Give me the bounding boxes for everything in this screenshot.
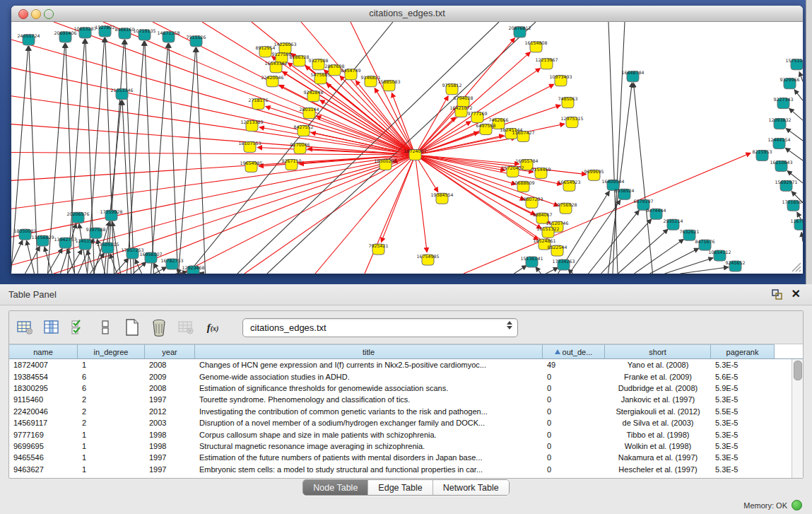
graph-node-label: 20691406: [54, 30, 76, 35]
graph-node-label: 16782753: [160, 258, 183, 263]
column-header-year[interactable]: year: [145, 344, 195, 358]
column-header-label: name: [33, 348, 53, 356]
table-row[interactable]: 946362711997Embryonic stem cells: a mode…: [9, 464, 792, 475]
tab-edge-table[interactable]: Edge Table: [368, 480, 433, 495]
network-desktop: citations_edges.txt 18724007891295414226…: [0, 0, 806, 284]
vertical-scrollbar[interactable]: [792, 359, 803, 478]
graph-node-label: 9755812: [442, 83, 461, 88]
column-header-short[interactable]: short: [605, 344, 711, 358]
graph-node-label: 20876812: [508, 25, 531, 30]
table-cell: 0: [543, 407, 605, 416]
right-panel-edge: [806, 0, 812, 284]
rows-icon[interactable]: [95, 317, 115, 337]
column-header-in_degree[interactable]: in_degree: [78, 344, 145, 358]
table-cell: 2: [78, 419, 145, 427]
graph-node-label: 16210643: [770, 160, 792, 165]
table-row[interactable]: 977716911998Corpus callosum shape and si…: [9, 428, 792, 440]
table-cell: 18300295: [9, 384, 78, 392]
network-canvas[interactable]: 1872400789129541422606391275088186328165…: [11, 22, 803, 274]
column-header-out_de[interactable]: out_de...: [543, 344, 605, 358]
graph-node-label: 21053346: [110, 88, 133, 93]
table-row[interactable]: 1830029562008Estimation of significance …: [9, 382, 792, 394]
table-row[interactable]: 1456911722003Disruption of a novel membe…: [9, 417, 792, 428]
table-rows: 1872400712008Changes of HCN gene express…: [9, 359, 792, 478]
column-visibility-icon[interactable]: [42, 317, 61, 337]
graph-node-label: 16409544: [601, 179, 624, 184]
graph-node-label: 16654923: [558, 180, 580, 185]
table-row[interactable]: 969969511998Structural magnetic resonanc…: [9, 440, 792, 452]
table-row[interactable]: 1938455462009Genome-wide association stu…: [9, 370, 792, 382]
table-cell: Stergiakouli et al. (2012): [605, 407, 711, 416]
column-header-label: pagerank: [726, 348, 759, 356]
graph-node-label: 18300295: [374, 158, 396, 163]
column-header-pagerank[interactable]: pagerank: [711, 344, 775, 358]
graph-node-label: 16421072: [449, 105, 472, 110]
function-builder-icon[interactable]: f(x): [203, 317, 223, 337]
table-cell: 1: [78, 361, 145, 369]
graph-node-label: 12093832: [768, 117, 791, 122]
graph-node-label: 2935114: [663, 218, 683, 223]
graph-node-label: 12213389: [240, 119, 263, 124]
scrollbar-thumb[interactable]: [794, 361, 802, 380]
table-row[interactable]: 911546021997Tourette syndrome. Phenomeno…: [9, 394, 792, 405]
row-check-icon[interactable]: [69, 317, 88, 337]
table-cell: Estimation of significance thresholds fo…: [195, 384, 543, 392]
table-cell: 0: [543, 442, 605, 450]
network-window[interactable]: citations_edges.txt 18724007891295414226…: [11, 6, 803, 274]
graph-node-label: 18724007: [404, 148, 426, 153]
table-cell: 1997: [145, 465, 195, 474]
graph-node-label: 16958107: [139, 252, 162, 257]
table-cell: 19384554: [9, 373, 78, 381]
graph-node-label: 15751074: [785, 58, 803, 63]
close-panel-icon[interactable]: ✕: [792, 287, 801, 301]
table-source-dropdown[interactable]: citations_edges.txt: [242, 318, 518, 337]
table-cell: 6: [78, 373, 145, 381]
graph-node-label: 16955784: [515, 158, 538, 163]
table-row[interactable]: 1872400712008Changes of HCN gene express…: [9, 359, 792, 370]
table-cell: 1998: [145, 431, 195, 439]
table-cell: 14569117: [9, 419, 78, 427]
graph-node-label: 12213967: [535, 57, 558, 62]
table-row[interactable]: 946554611997Estimation of the future num…: [9, 452, 792, 463]
table-cell: 5.3E-5: [711, 431, 775, 439]
graph-node-label: 15885083: [377, 79, 400, 84]
graph-node-label: 8471676: [695, 239, 714, 244]
graph-node-label: 15720407: [501, 165, 524, 170]
tab-network-table[interactable]: Network Table: [433, 480, 509, 495]
table-cell: Yano et al. (2008): [605, 361, 711, 369]
table-cell: 9465546: [9, 453, 78, 462]
graph-node-label: 9242848: [303, 90, 323, 95]
new-column-icon[interactable]: [122, 317, 142, 337]
table-cell: 5.3E-5: [711, 361, 775, 369]
graph-node-label: 17334263: [552, 259, 575, 264]
float-panel-icon[interactable]: [772, 289, 782, 300]
graph-node-label: 9699695: [584, 169, 604, 174]
network-window-titlebar[interactable]: citations_edges.txt: [11, 6, 803, 22]
graph-node-label: 5475685: [310, 72, 330, 77]
table-settings-icon[interactable]: [15, 317, 35, 337]
table-cell: 2: [78, 407, 145, 416]
delete-column-icon[interactable]: [149, 317, 169, 337]
graph-node-label: 16648784: [621, 70, 644, 75]
graph-node-label: 22420046: [261, 75, 283, 80]
table-cell: 22420046: [9, 407, 78, 416]
table-cell: 0: [543, 431, 605, 439]
table-cell: 2012: [145, 407, 195, 416]
graph-node-label: 10719135: [133, 28, 155, 33]
graph-node-label: 24055724: [17, 33, 40, 38]
tab-node-table[interactable]: Node Table: [303, 480, 368, 495]
graph-node-label: 15136141: [520, 256, 543, 261]
column-header-label: in_degree: [94, 348, 129, 356]
table-cell: 5.5E-5: [711, 407, 775, 416]
graph-node-label: 8215953: [752, 149, 772, 154]
status-bar: Memory: OK: [0, 497, 812, 514]
table-cell: Nakamura et al. (1997): [605, 453, 711, 462]
graph-node-label: 1527802: [95, 25, 114, 30]
table-cell: 2009: [145, 373, 195, 381]
column-header-title[interactable]: title: [195, 344, 543, 358]
table-cell: Changes of HCN gene expression and I(f) …: [195, 361, 543, 369]
column-header-name[interactable]: name: [9, 344, 78, 358]
graph-node-label: 9127508: [271, 52, 291, 57]
resize-grip-icon[interactable]: [790, 261, 801, 272]
table-row[interactable]: 2242004622012Investigating the contribut…: [9, 406, 792, 417]
